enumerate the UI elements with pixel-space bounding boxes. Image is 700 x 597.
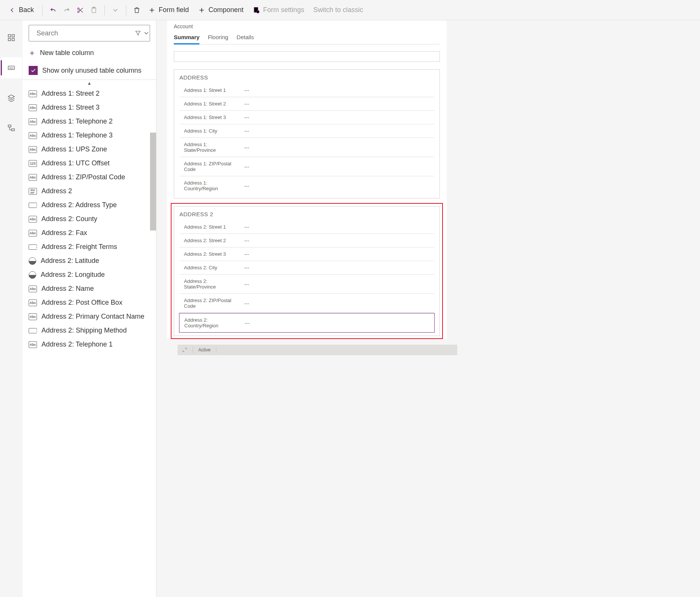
new-column-button[interactable]: New table column bbox=[23, 44, 156, 61]
redo-icon bbox=[63, 6, 70, 14]
search-input[interactable] bbox=[37, 29, 124, 37]
search-box[interactable] bbox=[29, 25, 150, 41]
empty-section[interactable] bbox=[174, 51, 440, 62]
column-item[interactable]: AbcAddress 2: Name bbox=[23, 282, 156, 296]
text-type-icon: Abc bbox=[29, 146, 37, 153]
column-item[interactable]: AbcAddress 1: Telephone 2 bbox=[23, 115, 156, 128]
rail-layers[interactable] bbox=[1, 87, 22, 108]
form-field-row[interactable]: Address 2: Country/Region--- bbox=[179, 313, 435, 333]
svg-rect-9 bbox=[12, 38, 14, 41]
form-settings-button[interactable]: Form settings bbox=[249, 4, 308, 16]
field-label: Address 2: Street 2 bbox=[184, 238, 237, 243]
separator bbox=[104, 5, 105, 15]
form-field-row[interactable]: Address 2: Street 3--- bbox=[179, 247, 434, 261]
text-type-icon: Abc bbox=[29, 313, 37, 320]
scissors-icon bbox=[77, 6, 84, 14]
tab-summary[interactable]: Summary bbox=[174, 32, 199, 44]
column-item[interactable]: AbcAddress 2: Post Office Box bbox=[23, 296, 156, 310]
form-field-row[interactable]: Address 2: City--- bbox=[179, 261, 434, 275]
rail-columns[interactable]: Abc bbox=[1, 57, 22, 78]
text-type-icon: Abc bbox=[29, 230, 37, 237]
svg-rect-6 bbox=[8, 35, 11, 37]
column-label: Address 2 bbox=[41, 187, 72, 195]
column-item[interactable]: AbcdefAddress 2 bbox=[23, 184, 156, 198]
column-item[interactable]: AbcAddress 2: Fax bbox=[23, 226, 156, 240]
scrollbar-thumb[interactable] bbox=[150, 133, 156, 231]
column-label: Address 2: Shipping Method bbox=[41, 327, 127, 334]
form-field-row[interactable]: Address 1: Street 2--- bbox=[179, 97, 434, 111]
form-field-row[interactable]: Address 2: Street 2--- bbox=[179, 234, 434, 247]
field-value: --- bbox=[244, 251, 249, 257]
column-item[interactable]: AbcAddress 1: Street 3 bbox=[23, 101, 156, 115]
tab-details[interactable]: Details bbox=[237, 32, 254, 44]
form-field-row[interactable]: Address 1: Street 1--- bbox=[179, 84, 434, 97]
columns-panel: New table column Show only unused table … bbox=[23, 20, 156, 597]
column-list[interactable]: ▲ AbcAddress 1: Street 2AbcAddress 1: St… bbox=[23, 79, 156, 597]
form-field-row[interactable]: Address 2: ZIP/Postal Code--- bbox=[179, 294, 434, 313]
switch-classic-button[interactable]: Switch to classic bbox=[309, 4, 367, 16]
dropdown-button[interactable] bbox=[109, 4, 121, 16]
column-label: Address 1: ZIP/Postal Code bbox=[41, 173, 125, 181]
rail-tree[interactable] bbox=[1, 118, 22, 139]
delete-button[interactable] bbox=[131, 4, 143, 16]
float-type-icon bbox=[29, 257, 36, 265]
show-unused-label: Show only unused table columns bbox=[42, 67, 141, 75]
separator bbox=[126, 5, 126, 15]
column-item[interactable]: AbcAddress 1: ZIP/Postal Code bbox=[23, 170, 156, 184]
tab-flooring[interactable]: Flooring bbox=[208, 32, 228, 44]
text-type-icon: Abc bbox=[29, 104, 37, 111]
column-item[interactable]: Address 2: Address Type bbox=[23, 198, 156, 212]
column-item[interactable]: Address 2: Latitude bbox=[23, 254, 156, 268]
field-label: Address 1: Street 1 bbox=[184, 87, 237, 93]
form-field-row[interactable]: Address 2: Street 1--- bbox=[179, 220, 434, 234]
redo-button[interactable] bbox=[61, 4, 73, 16]
add-component-button[interactable]: Component bbox=[194, 4, 247, 16]
column-item[interactable]: 123Address 1: UTC Offset bbox=[23, 156, 156, 170]
field-value: --- bbox=[244, 183, 249, 189]
rail-components[interactable] bbox=[1, 27, 22, 48]
plus-icon bbox=[198, 6, 205, 14]
column-item[interactable]: AbcAddress 2: Primary Contact Name bbox=[23, 310, 156, 324]
form-field-row[interactable]: Address 1: Street 3--- bbox=[179, 111, 434, 124]
address-section[interactable]: ADDRESS Address 1: Street 1---Address 1:… bbox=[174, 69, 440, 198]
column-item[interactable]: AbcAddress 2: Telephone 1 bbox=[23, 337, 156, 351]
column-item[interactable]: AbcAddress 1: Telephone 3 bbox=[23, 128, 156, 142]
column-item[interactable]: AbcAddress 2: County bbox=[23, 212, 156, 226]
column-item[interactable]: AbcAddress 1: UPS Zone bbox=[23, 142, 156, 156]
svg-point-5 bbox=[257, 10, 259, 13]
column-label: Address 1: Street 3 bbox=[41, 104, 100, 111]
column-item[interactable]: AbcAddress 1: Street 2 bbox=[23, 87, 156, 101]
status-bar: Active bbox=[178, 345, 457, 355]
undo-button[interactable] bbox=[47, 4, 59, 16]
add-form-field-button[interactable]: Form field bbox=[144, 4, 193, 16]
column-label: Address 1: UPS Zone bbox=[41, 145, 107, 153]
column-item[interactable]: Address 2: Freight Terms bbox=[23, 240, 156, 254]
status-state: Active bbox=[198, 347, 211, 353]
expand-icon[interactable] bbox=[182, 347, 187, 353]
form-field-row[interactable]: Address 1: Country/Region--- bbox=[179, 176, 434, 195]
back-label: Back bbox=[19, 6, 34, 14]
column-item[interactable]: Address 2: Longitude bbox=[23, 268, 156, 282]
column-label: Address 1: Telephone 3 bbox=[41, 131, 113, 139]
form-canvas: Account SummaryFlooringDetails ADDRESS A… bbox=[156, 20, 700, 597]
form-field-row[interactable]: Address 1: City--- bbox=[179, 124, 434, 138]
scroll-up-indicator[interactable]: ▲ bbox=[23, 80, 156, 87]
form-field-row[interactable]: Address 1: State/Province--- bbox=[179, 138, 434, 157]
back-button[interactable]: Back bbox=[5, 4, 38, 16]
paste-button[interactable] bbox=[88, 4, 100, 16]
column-item[interactable]: Address 2: Shipping Method bbox=[23, 324, 156, 337]
column-label: Address 2: Name bbox=[41, 285, 94, 293]
column-label: Address 1: Street 2 bbox=[41, 90, 100, 98]
cut-button[interactable] bbox=[74, 4, 86, 16]
form-tabs: SummaryFlooringDetails bbox=[174, 32, 440, 44]
text-type-icon: Abc bbox=[29, 341, 37, 348]
form-field-row[interactable]: Address 1: ZIP/Postal Code--- bbox=[179, 157, 434, 176]
form-field-row[interactable]: Address 2: State/Province--- bbox=[179, 275, 434, 294]
show-unused-toggle[interactable]: Show only unused table columns bbox=[23, 61, 156, 79]
float-type-icon bbox=[29, 271, 36, 279]
field-value: --- bbox=[244, 238, 249, 243]
address2-section[interactable]: ADDRESS 2 Address 2: Street 1---Address … bbox=[174, 206, 440, 336]
filter-button[interactable] bbox=[135, 30, 150, 37]
highlight-annotation: ADDRESS 2 Address 2: Street 1---Address … bbox=[171, 203, 443, 339]
field-label: Address 1: City bbox=[184, 128, 237, 134]
